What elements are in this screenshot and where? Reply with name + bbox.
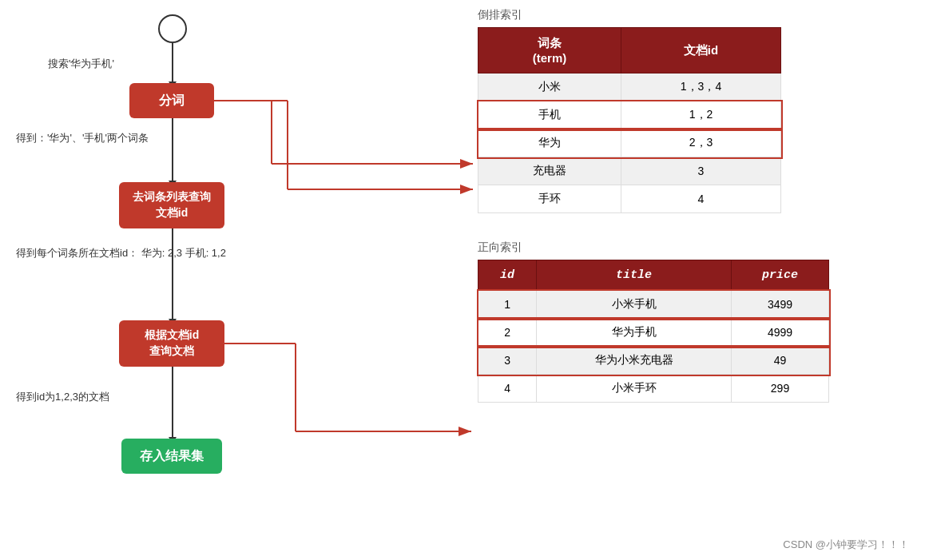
price-cell: 299 <box>732 375 829 403</box>
fenci-box: 分词 <box>129 83 214 118</box>
inverted-header-docid: 文档id <box>621 28 781 73</box>
term-cell: 小米 <box>478 73 621 101</box>
docid-cell: 1，2 <box>621 101 781 129</box>
docid-cell: 2，3 <box>621 129 781 157</box>
inverted-header-row: 词条(term) 文档id <box>478 28 781 73</box>
inverted-table-wrapper: 词条(term) 文档id 小米 1，3，4 手机 1，2 <box>478 27 781 213</box>
store-box: 存入结果集 <box>121 439 222 474</box>
docquery-box: 根据文档id查询文档 <box>119 320 224 367</box>
arrow-v3 <box>172 228 173 320</box>
inverted-header-term: 词条(term) <box>478 28 621 73</box>
term-cell: 华为 <box>478 129 621 157</box>
forward-header-id: id <box>478 260 537 291</box>
table-row: 4 小米手环 299 <box>478 375 829 403</box>
term-cell: 充电器 <box>478 157 621 185</box>
id-cell: 3 <box>478 347 537 375</box>
term-cell: 手机 <box>478 101 621 129</box>
inverted-table: 词条(term) 文档id 小米 1，3，4 手机 1，2 <box>478 27 781 213</box>
title-cell: 小米手机 <box>537 291 732 319</box>
table-row: 充电器 3 <box>478 157 781 185</box>
table-row: 小米 1，3，4 <box>478 73 781 101</box>
table-row: 华为 2，3 <box>478 129 781 157</box>
arrow-v4 <box>172 367 173 439</box>
tables-section: 倒排索引 词条(term) 文档id 小米 1，3，4 <box>478 8 909 406</box>
docid-cell: 4 <box>621 185 781 213</box>
query-box-text: 去词条列表查询文档id <box>133 189 211 220</box>
docids-label: 得到每个词条所在文档id： 华为: 2,3 手机: 1,2 <box>16 244 226 262</box>
title-cell: 小米手环 <box>537 375 732 403</box>
arrow-v2 <box>172 118 173 182</box>
forward-table-wrapper: id title price 1 小米手机 3499 2 <box>478 260 829 403</box>
start-node <box>158 14 187 43</box>
table-row: 2 华为手机 4999 <box>478 319 829 347</box>
search-label: 搜索'华为手机' <box>48 56 114 73</box>
inverted-index-title: 倒排索引 <box>478 8 909 22</box>
table-row: 1 小米手机 3499 <box>478 291 829 319</box>
docid-cell: 1，3，4 <box>621 73 781 101</box>
watermark: CSDN @小钟要学习！！！ <box>783 538 909 552</box>
table-row: 手环 4 <box>478 185 781 213</box>
inverted-index-section: 倒排索引 词条(term) 文档id 小米 1，3，4 <box>478 8 909 216</box>
id-cell: 1 <box>478 291 537 319</box>
getdocs-label: 得到id为1,2,3的文档 <box>16 389 109 406</box>
table-row: 3 华为小米充电器 49 <box>478 347 829 375</box>
docids-text: 得到每个词条所在文档id： 华为: 2,3 手机: 1,2 <box>16 247 226 259</box>
table-row: 手机 1，2 <box>478 101 781 129</box>
docid-cell: 3 <box>621 157 781 185</box>
forward-header-row: id title price <box>478 260 829 291</box>
docquery-text: 根据文档id查询文档 <box>145 328 199 359</box>
arrow-v1 <box>172 43 173 83</box>
main-container: 搜索'华为手机' 分词 得到：'华为'、'手机'两个词条 去词条列表查询文档id… <box>0 0 925 560</box>
price-cell: 49 <box>732 347 829 375</box>
forward-index-title: 正向索引 <box>478 240 909 255</box>
result-label: 得到：'华为'、'手机'两个词条 <box>16 130 149 147</box>
forward-header-title: title <box>537 260 732 291</box>
price-cell: 3499 <box>732 291 829 319</box>
title-cell: 华为小米充电器 <box>537 347 732 375</box>
forward-index-section: 正向索引 id title price 1 小米手机 3 <box>478 240 909 406</box>
forward-table: id title price 1 小米手机 3499 2 <box>478 260 829 403</box>
price-cell: 4999 <box>732 319 829 347</box>
title-cell: 华为手机 <box>537 319 732 347</box>
id-cell: 4 <box>478 375 537 403</box>
forward-header-price: price <box>732 260 829 291</box>
query-box: 去词条列表查询文档id <box>119 182 224 228</box>
id-cell: 2 <box>478 319 537 347</box>
term-cell: 手环 <box>478 185 621 213</box>
flow-section: 搜索'华为手机' 分词 得到：'华为'、'手机'两个词条 去词条列表查询文档id… <box>0 0 335 560</box>
